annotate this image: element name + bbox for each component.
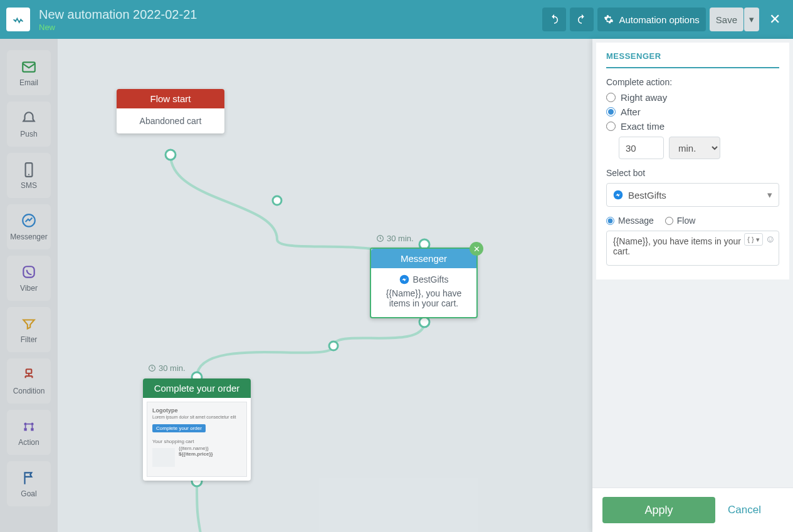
automation-status: New [39, 23, 538, 32]
node-message-text: {{Name}}, you have items in your cart. [377, 288, 470, 308]
complete-action-label: Complete action: [606, 77, 779, 87]
node-header: Messenger [371, 249, 476, 268]
palette-goal[interactable]: Goal [7, 461, 51, 506]
filter-icon [21, 316, 37, 332]
palette-sms[interactable]: SMS [7, 153, 51, 198]
email-preview: Logotype Lorem ipsum dolor sit amet cons… [147, 402, 247, 477]
element-palette: EmailPushSMSMessengerViberFilterConditio… [0, 39, 58, 532]
action-icon [21, 419, 37, 435]
svg-point-7 [31, 422, 33, 425]
bot-selector[interactable]: BestGifts ▾ [606, 183, 779, 207]
node-flow-start[interactable]: Flow start Abandoned cart [117, 89, 224, 133]
panel-title: MESSENGER [606, 51, 779, 68]
push-icon [21, 110, 37, 127]
svg-point-14 [329, 342, 338, 350]
close-button[interactable]: ✕ [763, 8, 787, 31]
node-delay-label: 30 min. [148, 363, 186, 373]
delay-unit-select[interactable]: min. [669, 137, 720, 159]
svg-rect-4 [23, 266, 34, 277]
palette-condition[interactable]: Condition [7, 358, 51, 404]
sms-icon [21, 162, 37, 178]
app-header: New automation 2022-02-21 New Automation… [0, 0, 793, 39]
svg-point-10 [165, 150, 176, 160]
save-dropdown-button[interactable]: ▾ [744, 8, 759, 31]
automation-title[interactable]: New automation 2022-02-21 [39, 8, 538, 22]
viber-icon [21, 264, 37, 281]
palette-action[interactable]: Action [7, 410, 51, 455]
svg-point-13 [419, 317, 429, 327]
palette-viber[interactable]: Viber [7, 256, 51, 301]
automation-options-button[interactable]: Automation options [597, 8, 705, 31]
apply-button[interactable]: Apply [602, 497, 715, 523]
node-remove-button[interactable]: ✕ [470, 242, 483, 256]
select-bot-label: Select bot [606, 168, 779, 178]
svg-point-11 [273, 196, 281, 205]
svg-rect-9 [31, 428, 33, 430]
node-messenger[interactable]: 30 min. ✕ Messenger BestGifts {{Name}}, … [370, 248, 478, 318]
node-body: Abandoned cart [117, 108, 224, 133]
option-after[interactable]: After [606, 107, 779, 117]
save-button[interactable]: Save [710, 8, 743, 31]
messenger-icon [21, 213, 37, 229]
svg-point-6 [24, 422, 26, 425]
node-bot-name: BestGifts [377, 274, 470, 284]
svg-point-2 [28, 174, 29, 175]
redo-button[interactable] [570, 8, 594, 31]
type-flow-option[interactable]: Flow [665, 216, 696, 226]
app-logo [6, 8, 30, 31]
emoji-button[interactable]: ☺ [765, 234, 775, 245]
variables-button[interactable]: { } ▾ [744, 233, 762, 246]
cancel-button[interactable]: Cancel [728, 504, 761, 516]
node-email[interactable]: 30 min. Complete your order Logotype Lor… [143, 378, 251, 481]
option-exact-time[interactable]: Exact time [606, 121, 779, 132]
chevron-down-icon: ▾ [767, 189, 772, 201]
goal-icon [21, 470, 37, 486]
palette-messenger[interactable]: Messenger [7, 204, 51, 249]
properties-panel: MESSENGER Complete action: Right away Af… [592, 39, 793, 532]
palette-email[interactable]: Email [7, 50, 51, 95]
node-delay-label: 30 min. [376, 234, 414, 243]
undo-button[interactable] [542, 8, 566, 31]
condition-icon [21, 367, 37, 383]
svg-rect-8 [24, 428, 26, 430]
option-right-away[interactable]: Right away [606, 92, 779, 103]
node-header: Flow start [117, 89, 224, 108]
palette-push[interactable]: Push [7, 102, 51, 147]
svg-rect-5 [26, 369, 32, 373]
type-message-option[interactable]: Message [606, 216, 654, 226]
delay-value-input[interactable] [619, 137, 664, 159]
node-header: Complete your order [143, 378, 251, 398]
email-icon [21, 59, 37, 75]
palette-filter[interactable]: Filter [7, 307, 51, 352]
